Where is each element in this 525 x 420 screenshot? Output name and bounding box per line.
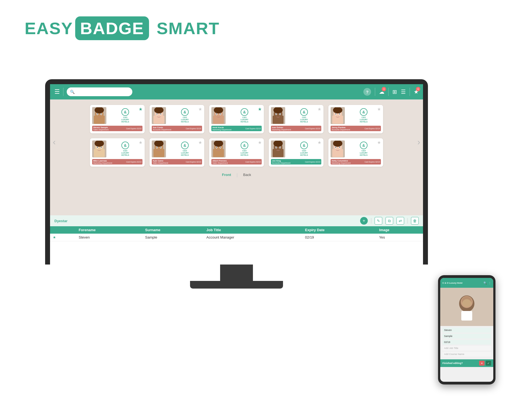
phone-wrapper: C & O Luxury Hotel 🔍 ⋮ Steven Sample 02/… xyxy=(438,275,495,384)
card-logo: & C&OLUXURYHOTELS xyxy=(108,142,142,156)
card-name-dept: Ivan Dohler Marketing Department xyxy=(272,126,291,131)
edit-button[interactable]: ✎ xyxy=(375,217,382,225)
star-icon[interactable]: ★ 6 xyxy=(414,89,419,95)
badge-card[interactable]: ★ & C&OLUXURYHOTELS Jon King Accounts De… xyxy=(269,138,323,167)
front-tab[interactable]: Front xyxy=(217,172,237,179)
phone-frame: C & O Luxury Hotel 🔍 ⋮ Steven Sample 02/… xyxy=(438,275,495,384)
card-photo xyxy=(92,107,106,124)
ampersand-icon: & xyxy=(241,108,248,116)
grid-icon[interactable]: ⊞ xyxy=(392,89,397,95)
hamburger-icon[interactable]: ☰ xyxy=(54,88,60,95)
badge-card[interactable]: ★ & C&OLUXURYHOTELS Hetty Columbine Mark… xyxy=(328,138,383,167)
svg-point-60 xyxy=(276,147,277,148)
phone-search-icon[interactable]: 🔍 xyxy=(483,281,487,284)
svg-point-12 xyxy=(161,113,161,114)
card-star-icon[interactable]: ★ xyxy=(258,107,262,112)
card-star-icon[interactable]: ★ xyxy=(377,107,381,112)
card-star-icon[interactable]: ★ xyxy=(317,107,321,112)
badge-card[interactable]: ★ & C&OLUXURYHOTELS Heidi Karde Marketin… xyxy=(209,105,264,133)
card-inner: & C&OLUXURYHOTELS xyxy=(211,107,262,124)
card-photo xyxy=(152,107,166,124)
phone-menu-icon[interactable]: ⋮ xyxy=(488,281,491,284)
card-photo xyxy=(331,107,345,124)
divider-1 xyxy=(63,88,63,96)
badge-card[interactable]: ★ & C&OLUXURYHOTELS Sue Conin Accounts D… xyxy=(150,105,204,133)
badge-card[interactable]: ★ & C&OLUXURYHOTELS Mike Laarraas Market… xyxy=(90,138,145,167)
badge-card[interactable]: ★ & C&OLUXURYHOTELS Albert Fiennes Sales… xyxy=(209,138,264,167)
transfer-button[interactable]: ⇄ xyxy=(396,217,404,225)
delete-button[interactable]: 🗑 xyxy=(411,217,419,225)
help-button[interactable]: ? xyxy=(363,88,371,96)
card-inner: & C&OLUXURYHOTELS xyxy=(211,140,262,157)
logo-badge-text: BADGE xyxy=(80,19,144,38)
monitor-stand-neck xyxy=(220,265,253,281)
card-photo xyxy=(152,140,166,157)
svg-point-53 xyxy=(216,147,217,148)
cards-row-1: ★ & C&OLUXURYHOTELS Steven Sample Sales … xyxy=(64,105,409,133)
card-expiry: Card Expires 02/19 xyxy=(245,161,261,163)
badge-card[interactable]: ★ & C&OLUXURYHOTELS Ivan Dohler Marketin… xyxy=(269,105,323,133)
card-dept: Marketing Department xyxy=(332,162,351,164)
company-name: C&OLUXURYHOTELS xyxy=(360,150,368,156)
add-button[interactable]: + xyxy=(360,217,368,225)
card-dept: Accounts Department xyxy=(153,129,171,131)
phone-cancel-button[interactable]: ✕ xyxy=(479,361,485,366)
card-star-icon[interactable]: ★ xyxy=(377,140,381,145)
monitor-stand-base xyxy=(190,281,283,289)
card-star-icon[interactable]: ★ xyxy=(317,140,321,145)
card-name-dept: Mike Laarraas Marketing Department xyxy=(93,160,112,164)
card-footer: Sue Conin Accounts Department Card Expir… xyxy=(152,126,202,131)
table-area: Dyestar + ✎ ⧉ ⇄ 🗑 ForenameSurnameJob Tit… xyxy=(50,215,423,265)
card-logo: & C&OLUXURYHOTELS xyxy=(168,108,202,123)
card-star-icon[interactable]: ★ xyxy=(198,140,202,145)
phone-finished-label: Finished editing? xyxy=(442,362,463,365)
company-name: C&OLUXURYHOTELS xyxy=(360,116,368,123)
svg-point-54 xyxy=(220,147,221,148)
card-photo xyxy=(271,140,285,157)
card-inner: & C&OLUXURYHOTELS xyxy=(331,107,381,124)
back-tab[interactable]: Back xyxy=(238,172,256,179)
phone-field-1[interactable]: Steven xyxy=(442,328,491,333)
card-star-icon[interactable]: ★ xyxy=(139,140,142,145)
phone-topbar-title: C & O Luxury Hotel xyxy=(442,282,482,284)
svg-point-67 xyxy=(336,147,336,148)
star-badge: 6 xyxy=(416,87,420,91)
card-inner: & C&OLUXURYHOTELS xyxy=(152,107,202,124)
copy-button[interactable]: ⧉ xyxy=(386,217,393,225)
front-back-tabs: Front | Back xyxy=(64,172,409,179)
card-dept: Marketing Department xyxy=(93,162,112,164)
cloud-icon[interactable]: ☁ 3 xyxy=(379,89,384,95)
cloud-badge: 3 xyxy=(382,87,386,91)
nav-right-arrow[interactable]: › xyxy=(417,137,420,147)
card-logo: & C&OLUXURYHOTELS xyxy=(287,108,321,123)
nav-left-arrow[interactable]: ‹ xyxy=(53,137,56,147)
company-name: C&OLUXURYHOTELS xyxy=(300,150,308,156)
ampersand-icon: & xyxy=(181,142,189,149)
card-name: Sue Conin xyxy=(153,126,171,129)
card-name-dept: Steven Sample Sales Department xyxy=(93,126,109,131)
card-star-icon[interactable]: ★ xyxy=(198,107,202,112)
table-row[interactable]: ★StevenSampleAccount Manager02/19Yes xyxy=(50,234,423,241)
phone-field-2[interactable]: Sample xyxy=(442,334,491,339)
badge-card[interactable]: ★ & C&OLUXURYHOTELS Kyle Caine Sales Dep… xyxy=(150,138,204,167)
list-icon[interactable]: ☰ xyxy=(401,89,406,95)
search-box[interactable]: 🔍 xyxy=(67,87,132,96)
phone-confirm-button[interactable]: ✓ xyxy=(486,361,491,366)
svg-point-40 xyxy=(101,147,102,148)
divider-3 xyxy=(388,88,389,96)
monitor-wrapper: ☰ 🔍 ? ☁ 3 ⊞ ☰ xyxy=(45,79,428,289)
phone-field-5[interactable]: Add Course Name xyxy=(442,352,491,357)
badge-card[interactable]: ★ & C&OLUXURYHOTELS Steven Sample Sales … xyxy=(90,105,145,133)
card-expiry: Card Expires 02/19 xyxy=(126,128,141,130)
card-star-icon[interactable]: ★ xyxy=(258,140,262,145)
phone-topbar: C & O Luxury Hotel 🔍 ⋮ xyxy=(440,278,493,288)
card-star-icon[interactable]: ★ xyxy=(139,107,142,112)
ampersand-icon: & xyxy=(300,108,308,116)
phone-field-3[interactable]: 02/19 xyxy=(442,340,491,345)
monitor-screen: ☰ 🔍 ? ☁ 3 ⊞ ☰ xyxy=(50,84,423,265)
badge-card[interactable]: ★ & C&OLUXURYHOTELS Jenny Pardew Account… xyxy=(328,105,383,133)
card-footer: Steven Sample Sales Department Card Expi… xyxy=(92,126,142,131)
phone-field-4[interactable]: Add Job Title xyxy=(442,346,491,351)
card-name: Hetty Columbine xyxy=(332,160,351,162)
card-expiry: Card Expires 02/19 xyxy=(126,161,141,163)
